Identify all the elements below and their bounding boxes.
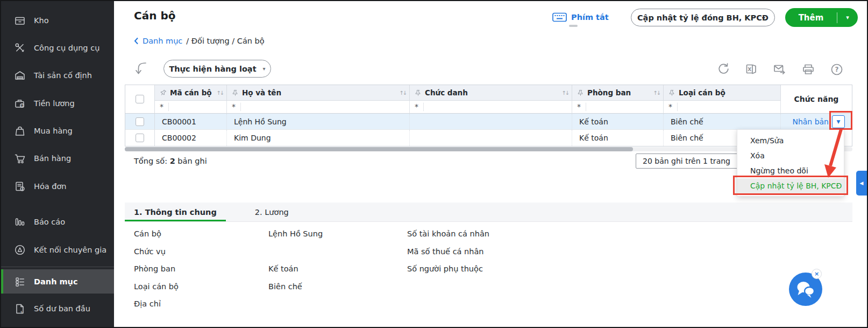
table-cell[interactable]: Lệnh Hồ Sung [227,114,410,130]
sort-icon[interactable]: ↑↓ [561,90,572,96]
detail-label: Số người phụ thuộc [407,264,483,273]
sidebar-item-tai-san-co-dinh[interactable]: Tài sản cố định [1,65,114,86]
pin-icon[interactable] [668,89,675,96]
row-action-cell: Nhân bản ▼ [781,114,852,130]
filter-cell[interactable]: * [227,101,410,114]
excel-export-icon[interactable]: X [744,62,758,76]
print-icon[interactable] [801,62,815,76]
table-cell[interactable]: Kim Dung [227,130,410,146]
table-cell[interactable] [410,114,572,130]
tab-thong-tin-chung[interactable]: 1. Thông tin chung [125,203,226,221]
table-cell[interactable]: Kế toán [572,130,664,146]
right-panel-toggle[interactable]: ◀ [856,171,867,196]
filter-operator[interactable]: * [410,103,424,111]
menu-item-stop-tracking[interactable]: Ngừng theo dõi [737,163,844,178]
breadcrumb-back-link[interactable]: Danh mục [143,37,182,45]
column-label: Họ và tên [242,88,281,97]
batch-action-dropdown[interactable]: Thực hiện hàng loạt ▾ [163,60,271,78]
chat-close-button[interactable]: × [812,269,822,279]
purchase-icon [14,125,26,137]
filter-operator[interactable]: * [227,103,241,111]
duplicate-link[interactable]: Nhân bản [792,117,829,126]
row-action-dropdown-button[interactable]: ▼ [832,115,845,128]
row-checkbox[interactable] [136,134,144,142]
refresh-icon[interactable] [716,62,730,76]
pin-icon[interactable] [577,89,584,96]
row-checkbox-cell [125,130,155,146]
update-insurance-rate-button[interactable]: Cập nhật tỷ lệ đóng BH, KPCĐ [631,9,775,26]
chat-bubbles-icon [795,280,816,298]
row-context-menu: Xem/Sửa Xóa Ngừng theo dõi Cập nhật tỷ l… [737,129,844,197]
column-label: Loại cán bộ [679,88,725,97]
sidebar-item-ket-noi-chuyen-gia[interactable]: Kết nối chuyên gia [1,239,114,261]
table-cell[interactable]: CB00002 [155,130,227,146]
pin-icon[interactable] [160,89,167,96]
sidebar-item-bao-cao[interactable]: Báo cáo [1,211,114,233]
svg-text:X: X [748,67,751,72]
filter-operator[interactable]: * [664,103,678,111]
sidebar-item-cong-cu-dung-cu[interactable]: Công cụ dụng cụ [1,37,114,59]
column-header-ma-can-bo[interactable]: Mã cán bộ ↑↓ [155,85,227,101]
table-cell[interactable]: Biên chế [664,114,781,130]
sidebar-item-kho[interactable]: Kho [1,10,114,31]
filter-cell[interactable]: * [410,101,572,114]
expert-connect-icon [14,244,26,256]
detail-value: Biên chế [268,282,302,291]
pin-icon[interactable] [232,89,239,96]
select-all-checkbox[interactable] [136,95,144,103]
chevron-down-icon: ▾ [263,66,266,72]
svg-text:$: $ [22,187,24,191]
menu-item-delete[interactable]: Xóa [737,148,844,163]
select-all-cell [125,85,155,114]
column-header-loai-can-bo[interactable]: Loại cán bộ [664,85,781,101]
sidebar-item-ban-hang[interactable]: Bán hàng [1,148,114,169]
filter-cell[interactable]: * [664,101,781,114]
page-title: Cán bộ [134,9,175,22]
menu-item-update-insurance-rate[interactable]: Cập nhật tỷ lệ BH, KPCĐ [737,178,844,194]
add-button-label: Thêm [785,13,837,23]
column-label: Mã cán bộ [170,88,212,97]
sidebar-item-tien-luong[interactable]: $ Tiền lương [1,93,114,114]
column-header-phong-ban[interactable]: Phòng ban ↑↓ [572,85,664,101]
total-suffix: bản ghi [177,157,207,165]
breadcrumb-path: / Đối tượng / Cán bộ [186,37,264,45]
filter-cell[interactable]: * [155,101,227,114]
sort-icon[interactable]: ↑↓ [216,90,226,96]
filter-operator[interactable]: * [155,103,169,111]
sidebar-item-label: Danh mục [34,277,78,286]
sort-icon[interactable]: ↑↓ [653,90,663,96]
help-icon[interactable]: ? [830,62,844,76]
column-header-ho-va-ten[interactable]: Họ và tên ↑↓ [227,85,410,101]
filter-cell[interactable]: * [572,101,664,114]
row-checkbox[interactable] [136,117,144,126]
column-header-chuc-danh[interactable]: Chức danh ↑↓ [410,85,572,101]
sidebar-item-hoa-don[interactable]: $ Hóa đơn [1,176,114,197]
page-size-select[interactable]: 20 bản ghi trên 1 trang [636,153,738,169]
sidebar-item-label: Tiền lương [34,99,75,108]
detail-label: Mã số thuế cá nhân [407,247,484,256]
table-cell[interactable]: CB00001 [155,114,227,130]
shortcut-button[interactable]: Phím tắt [552,12,609,23]
pin-icon[interactable] [415,89,422,96]
main-content: Cán bộ Danh mục / Đối tượng / Cán bộ Phí… [114,1,867,327]
sidebar-item-danh-muc[interactable]: Danh mục [1,269,114,294]
table-cell[interactable] [410,130,572,146]
menu-item-view-edit[interactable]: Xem/Sửa [737,133,844,148]
sort-order-icon[interactable] [133,61,148,76]
filter-operator[interactable]: * [572,103,586,111]
batch-action-label: Thực hiện hàng loạt [169,65,256,73]
category-icon [14,276,26,288]
table-cell[interactable]: Kế toán [572,114,664,130]
sidebar-item-so-du-ban-dau[interactable]: $ Số dư ban đầu [1,298,114,319]
close-icon: × [814,270,819,277]
scrollbar-thumb[interactable] [125,147,633,151]
detail-label: Cán bộ [134,229,161,238]
add-button[interactable]: Thêm ▾ [785,8,858,27]
send-email-icon[interactable] [773,62,787,76]
record-count: Tổng số: 2 bản ghi [134,157,207,165]
sidebar-item-label: Báo cáo [34,218,65,226]
tab-luong[interactable]: 2. Lương [246,203,298,221]
chevron-down-icon[interactable]: ▾ [837,14,858,21]
sort-icon[interactable]: ↑↓ [399,90,409,96]
sidebar-item-mua-hang[interactable]: Mua hàng [1,120,114,142]
